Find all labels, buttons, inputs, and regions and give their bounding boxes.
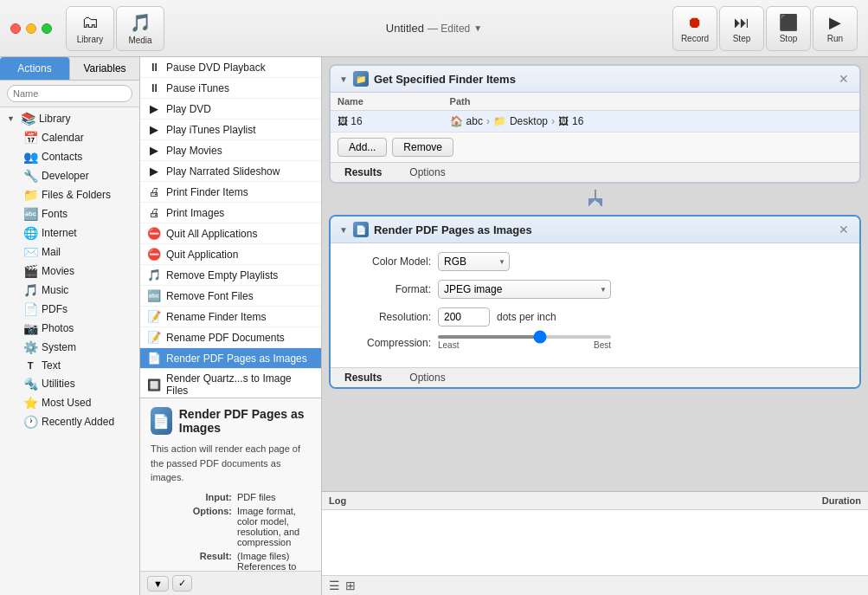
card1-tab-options[interactable]: Options xyxy=(395,163,459,182)
library-label: Library xyxy=(77,35,104,44)
sidebar-item-photos[interactable]: 📷 Photos xyxy=(0,319,139,338)
compression-row: Compression: Least Best xyxy=(344,335,845,350)
main-content: Actions Variables ▼ 📚 Library 📅 Calendar… xyxy=(0,57,868,595)
sidebar-item-fonts[interactable]: 🔤 Fonts xyxy=(0,204,139,223)
log-list-icon[interactable]: ☰ xyxy=(329,579,340,592)
developer-icon: 🔧 xyxy=(23,169,37,183)
media-button[interactable]: 🎵 Media xyxy=(116,6,164,51)
sidebar-item-system[interactable]: ⚙️ System xyxy=(0,338,139,357)
card1-toggle[interactable]: ▼ xyxy=(339,74,348,84)
sidebar-item-recently[interactable]: 🕐 Recently Added xyxy=(0,412,139,431)
card2-tab-results[interactable]: Results xyxy=(331,368,395,387)
action-render-pdf[interactable]: 📄 Render PDF Pages as Images xyxy=(140,348,321,369)
desc-footer: ▼ ✓ xyxy=(140,571,321,595)
action-label: Play Narrated Slideshow xyxy=(166,165,280,178)
description-panel: 📄 Render PDF Pages as Images This action… xyxy=(140,398,321,571)
remove-button[interactable]: Remove xyxy=(392,138,453,157)
add-button[interactable]: Add... xyxy=(338,138,387,157)
render-pdf-icon: 📄 xyxy=(147,352,161,365)
sidebar-item-label: Calendar xyxy=(42,132,84,144)
action-label: Print Images xyxy=(166,207,224,219)
action-quit-all[interactable]: ⛔ Quit All Applications xyxy=(140,223,321,244)
finder-table-row: 🖼 16 🏠 abc › 📁 Desktop › xyxy=(331,111,859,133)
calendar-icon: 📅 xyxy=(23,131,37,145)
format-select[interactable]: JPEG image PNG image TIFF image BMP imag… xyxy=(438,280,611,299)
sidebar-item-label: Text xyxy=(42,359,61,372)
movies-icon: 🎬 xyxy=(23,264,37,278)
action-label: Render Quartz...s to Image Files xyxy=(166,372,314,397)
middle-panel: ⏸ Pause DVD Playback ⏸ Pause iTunes ▶ Pl… xyxy=(140,57,322,595)
tab-actions[interactable]: Actions xyxy=(0,57,70,80)
minimize-button[interactable] xyxy=(26,23,36,34)
sidebar-item-movies[interactable]: 🎬 Movies xyxy=(0,262,139,281)
pause-dvd-icon: ⏸ xyxy=(147,61,161,74)
sidebar-item-label: Library xyxy=(39,113,71,125)
search-input[interactable] xyxy=(7,85,132,102)
record-button[interactable]: ⏺ Record xyxy=(672,6,717,51)
action-render-quartz[interactable]: 🔲 Render Quartz...s to Image Files xyxy=(140,369,321,398)
library-button[interactable]: 🗂 Library xyxy=(66,6,114,51)
resolution-row: Resolution: dots per inch xyxy=(344,307,845,327)
desc-footer-prev[interactable]: ▼ xyxy=(147,576,169,592)
action-label: Rename PDF Documents xyxy=(166,332,285,344)
resolution-input[interactable] xyxy=(438,307,490,327)
color-model-select-wrapper: RGB CMYK Grayscale xyxy=(438,252,510,271)
run-button[interactable]: ▶ Run xyxy=(813,6,858,51)
action-print-images[interactable]: 🖨 Print Images xyxy=(140,203,321,223)
action-play-itunes[interactable]: ▶ Play iTunes Playlist xyxy=(140,120,321,140)
sidebar-item-internet[interactable]: 🌐 Internet xyxy=(0,223,139,243)
card1-close[interactable]: ✕ xyxy=(837,72,851,86)
close-button[interactable] xyxy=(10,23,21,34)
run-icon: ▶ xyxy=(829,13,841,32)
sidebar-item-music[interactable]: 🎵 Music xyxy=(0,281,139,300)
quit-all-icon: ⛔ xyxy=(147,227,161,240)
log-grid-icon[interactable]: ⊞ xyxy=(345,579,356,592)
pause-itunes-icon: ⏸ xyxy=(147,81,161,94)
log-footer: ☰ ⊞ xyxy=(322,575,868,595)
sidebar-item-text[interactable]: T Text xyxy=(0,357,139,374)
sidebar-item-mostused[interactable]: ⭐ Most Used xyxy=(0,393,139,412)
card1-tab-results[interactable]: Results xyxy=(331,163,395,182)
file-icon-2: 🖼 xyxy=(558,115,569,127)
step-button[interactable]: ⏭ Step xyxy=(719,6,764,51)
sidebar-item-utilities[interactable]: 🔩 Utilities xyxy=(0,374,139,393)
color-model-label: Color Model: xyxy=(344,255,431,268)
desc-footer-check[interactable]: ✓ xyxy=(172,575,192,592)
action-rename-finder[interactable]: 📝 Rename Finder Items xyxy=(140,307,321,327)
log-body xyxy=(322,510,868,575)
action-play-movies[interactable]: ▶ Play Movies xyxy=(140,140,321,161)
sidebar-item-contacts[interactable]: 👥 Contacts xyxy=(0,147,139,166)
action-remove-playlists[interactable]: 🎵 Remove Empty Playlists xyxy=(140,265,321,286)
sidebar-item-label: Utilities xyxy=(42,378,75,390)
stop-button[interactable]: ⬛ Stop xyxy=(766,6,811,51)
tab-variables[interactable]: Variables xyxy=(70,57,139,80)
sidebar-item-mail[interactable]: ✉️ Mail xyxy=(0,243,139,262)
action-quit-app[interactable]: ⛔ Quit Application xyxy=(140,244,321,265)
action-rename-pdf[interactable]: 📝 Rename PDF Documents xyxy=(140,327,321,348)
action-pause-dvd[interactable]: ⏸ Pause DVD Playback xyxy=(140,57,321,78)
maximize-button[interactable] xyxy=(42,23,52,34)
sidebar-item-pdfs[interactable]: 📄 PDFs xyxy=(0,300,139,319)
card2-tab-options[interactable]: Options xyxy=(395,368,459,387)
action-play-slideshow[interactable]: ▶ Play Narrated Slideshow xyxy=(140,161,321,182)
files-icon: 📁 xyxy=(23,188,37,202)
traffic-lights xyxy=(10,23,52,34)
action-pause-itunes[interactable]: ⏸ Pause iTunes xyxy=(140,78,321,99)
sidebar-item-library[interactable]: ▼ 📚 Library xyxy=(0,109,139,128)
color-model-select[interactable]: RGB CMYK Grayscale xyxy=(438,252,510,271)
action-print-finder[interactable]: 🖨 Print Finder Items xyxy=(140,182,321,203)
action-label: Play DVD xyxy=(166,103,211,115)
toolbar-tools: 🗂 Library 🎵 Media xyxy=(66,6,164,51)
compression-slider[interactable] xyxy=(438,335,611,339)
action-remove-fonts[interactable]: 🔤 Remove Font Files xyxy=(140,286,321,307)
action-label: Play iTunes Playlist xyxy=(166,124,256,136)
desc-icon: 📄 xyxy=(151,407,172,435)
sidebar-item-files[interactable]: 📁 Files & Folders xyxy=(0,185,139,204)
path-arrow-2: › xyxy=(551,115,555,127)
card2-toggle[interactable]: ▼ xyxy=(339,225,348,235)
card2-close[interactable]: ✕ xyxy=(837,223,851,236)
action-play-dvd[interactable]: ▶ Play DVD xyxy=(140,99,321,120)
sidebar-item-calendar[interactable]: 📅 Calendar xyxy=(0,128,139,147)
sidebar-item-developer[interactable]: 🔧 Developer xyxy=(0,166,139,185)
title-chevron-icon[interactable]: ▼ xyxy=(473,23,482,33)
